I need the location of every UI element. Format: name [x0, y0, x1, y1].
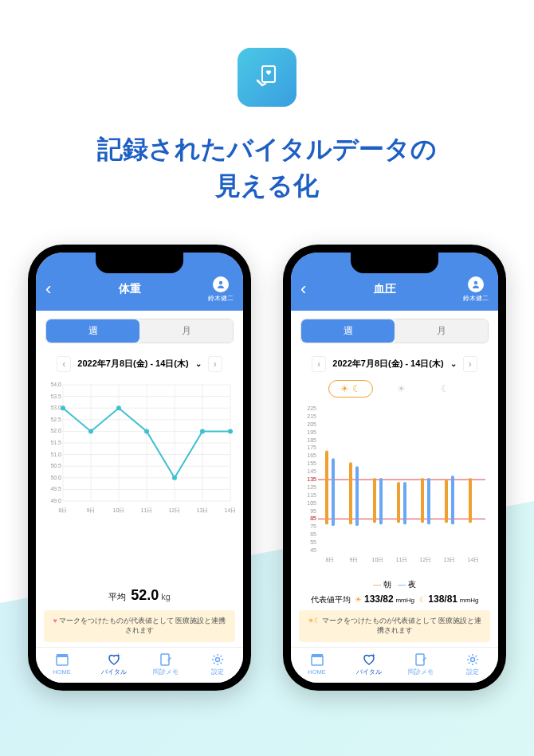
bp-legend: — 朝 — 夜 [291, 576, 498, 592]
svg-text:50.5: 50.5 [50, 463, 61, 468]
toggle-night[interactable]: ☾ [430, 380, 461, 398]
svg-rect-48 [161, 654, 169, 665]
moon-icon: ☾ [441, 383, 450, 394]
svg-text:165: 165 [307, 452, 316, 458]
sunmoon-icon: ☀☾ [308, 617, 320, 625]
info-banner: ♥ マークをつけたものが代表値として 医療施設と連携されます [44, 610, 235, 642]
svg-text:145: 145 [307, 468, 316, 474]
svg-point-42 [172, 476, 177, 480]
bp-chart: 4555657585951051151251351451551651751851… [291, 402, 498, 576]
bp-avg-label: 代表値平均 [311, 595, 351, 604]
headline-line1: 記録されたバイタルデータの [97, 135, 437, 163]
svg-point-44 [228, 429, 233, 433]
nav-home[interactable]: HOME [36, 648, 88, 683]
date-navigator: ‹ 2022年7月8日(金) - 14日(木) ⌄ › [291, 351, 498, 377]
screen-title: 血圧 [374, 282, 396, 296]
nav-vital[interactable]: +バイタル [343, 648, 395, 683]
headline: 記録されたバイタルデータの 見える化 [0, 131, 534, 205]
date-range-label[interactable]: 2022年7月8日(金) - 14日(木) [77, 358, 188, 370]
user-name: 鈴木健二 [463, 294, 489, 303]
svg-text:49.5: 49.5 [50, 486, 61, 492]
svg-text:11日: 11日 [396, 557, 408, 562]
svg-text:10日: 10日 [113, 507, 125, 513]
user-name: 鈴木健二 [208, 294, 234, 303]
svg-text:55: 55 [310, 539, 316, 545]
next-button[interactable]: › [463, 356, 477, 372]
svg-point-40 [116, 405, 121, 410]
svg-text:49.0: 49.0 [50, 498, 61, 503]
segment-week[interactable]: 週 [301, 319, 395, 343]
moon-icon: ☾ [352, 383, 361, 394]
bp-avg-row: 代表値平均 ☀ 133/82 mmHg ☾ 138/81 mmHg [291, 592, 498, 610]
svg-rect-46 [57, 654, 68, 657]
bottom-nav: HOME +バイタル 問診メモ 設定 [291, 647, 498, 683]
user-menu[interactable]: 鈴木健二 [463, 276, 489, 303]
svg-rect-95 [312, 654, 323, 657]
svg-text:8日: 8日 [326, 557, 335, 562]
banner-text: マークをつけたものが代表値として 医療施設と連携されます [59, 617, 226, 634]
svg-point-41 [144, 429, 149, 433]
nav-home[interactable]: HOME [291, 648, 343, 683]
svg-text:9日: 9日 [87, 507, 96, 513]
nav-vital[interactable]: +バイタル [88, 648, 139, 683]
back-button[interactable]: ‹ [45, 279, 51, 300]
average-row: 平均 52.0 kg [36, 581, 243, 610]
svg-text:225: 225 [307, 405, 316, 411]
back-button[interactable]: ‹ [300, 279, 306, 300]
user-menu[interactable]: 鈴木健二 [208, 276, 234, 303]
dropdown-icon[interactable]: ⌄ [450, 359, 457, 368]
prev-button[interactable]: ‹ [312, 356, 326, 372]
svg-rect-97 [416, 654, 424, 665]
svg-text:135: 135 [307, 476, 316, 482]
svg-text:+: + [371, 652, 375, 660]
svg-text:51.5: 51.5 [50, 440, 61, 445]
legend-night-label: 夜 [408, 580, 416, 589]
svg-text:12日: 12日 [420, 557, 432, 562]
phone-bp: ‹ 血圧 鈴木健二 週 月 ‹ 2022年7月8日(金) - 14日(木) ⌄ … [283, 245, 506, 691]
segment-month[interactable]: 月 [139, 319, 233, 343]
segment-week[interactable]: 週 [46, 319, 139, 343]
notch [96, 253, 183, 273]
svg-text:105: 105 [307, 499, 316, 505]
svg-text:95: 95 [310, 507, 316, 513]
period-segment: 週 月 [300, 319, 489, 343]
notch [351, 253, 438, 273]
svg-point-98 [470, 657, 474, 661]
svg-point-50 [474, 281, 477, 284]
toggle-morning[interactable]: ☀ [386, 380, 417, 398]
avg-value: 52.0 [131, 587, 159, 603]
toggle-both[interactable]: ☀☾ [328, 380, 373, 398]
segment-month[interactable]: 月 [395, 319, 488, 343]
sun-icon: ☀ [340, 383, 349, 394]
next-button[interactable]: › [208, 356, 222, 372]
bottom-nav: HOME +バイタル 問診メモ 設定 [36, 647, 243, 683]
svg-text:+: + [116, 652, 120, 660]
nav-settings[interactable]: 設定 [191, 648, 243, 683]
moon-icon: ☾ [419, 595, 426, 604]
date-range-label[interactable]: 2022年7月8日(金) - 14日(木) [332, 358, 443, 370]
unit: mmHg [460, 597, 479, 604]
svg-text:185: 185 [307, 437, 316, 442]
avg-label: 平均 [108, 592, 126, 601]
svg-text:8日: 8日 [59, 507, 68, 513]
svg-text:52.0: 52.0 [50, 428, 61, 433]
app-icon [238, 48, 296, 107]
svg-text:50.0: 50.0 [50, 475, 61, 480]
headline-line2: 見える化 [215, 171, 319, 200]
nav-memo[interactable]: 問診メモ [139, 648, 191, 683]
svg-text:205: 205 [307, 421, 316, 427]
svg-text:115: 115 [307, 492, 316, 498]
svg-text:13日: 13日 [444, 557, 456, 562]
svg-text:13日: 13日 [197, 507, 209, 513]
svg-text:155: 155 [307, 460, 316, 466]
nav-settings[interactable]: 設定 [446, 648, 498, 683]
dropdown-icon[interactable]: ⌄ [195, 359, 202, 368]
prev-button[interactable]: ‹ [57, 356, 71, 372]
svg-point-1 [219, 281, 222, 284]
night-avg-val: 138/81 [428, 593, 457, 605]
nav-memo[interactable]: 問診メモ [395, 648, 446, 683]
svg-text:14日: 14日 [225, 507, 235, 513]
screen-title: 体重 [119, 282, 141, 296]
svg-text:195: 195 [307, 429, 316, 434]
date-navigator: ‹ 2022年7月8日(金) - 14日(木) ⌄ › [36, 351, 243, 377]
